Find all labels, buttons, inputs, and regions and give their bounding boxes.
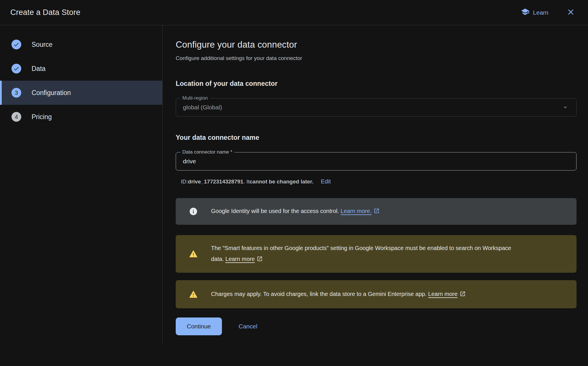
- external-link-icon: [257, 254, 263, 265]
- info-banner: Google Identity will be used for the acc…: [176, 198, 577, 225]
- step-pricing[interactable]: 4 Pricing: [0, 105, 162, 129]
- cancel-button[interactable]: Cancel: [233, 320, 262, 333]
- warning-icon: [189, 249, 198, 258]
- dialog-body: Source Data 3 Configuration 4 Pricing Co…: [0, 25, 588, 344]
- charges-warning-banner: Charges may apply. To avoid charges, lin…: [176, 280, 577, 308]
- multi-region-selected-value: global (Global): [183, 104, 222, 111]
- step-number-badge: 4: [11, 112, 21, 122]
- close-icon: [566, 7, 575, 18]
- step-number-badge: 3: [11, 88, 21, 98]
- learn-link[interactable]: Learn: [521, 7, 548, 18]
- step-data-label: Data: [32, 65, 46, 73]
- workspace-warning-message: The "Smart features in other Google prod…: [211, 245, 511, 262]
- edit-id-link[interactable]: Edit: [321, 178, 331, 185]
- warning-icon: [189, 290, 198, 299]
- graduation-cap-icon: [521, 7, 529, 18]
- charges-warning-text: Charges may apply. To avoid charges, lin…: [211, 288, 466, 300]
- data-connector-name-label: Data connector name *: [180, 149, 234, 155]
- close-button[interactable]: [565, 6, 577, 19]
- id-note-bold: cannot be changed later.: [249, 179, 314, 185]
- external-link-icon: [460, 289, 466, 300]
- step-pricing-label: Pricing: [32, 113, 52, 121]
- check-icon: [11, 64, 21, 73]
- workspace-warning-banner: The "Smart features in other Google prod…: [176, 235, 577, 273]
- create-data-store-dialog: Create a Data Store Learn Source: [0, 0, 588, 344]
- external-link-icon: [374, 206, 380, 217]
- dialog-header: Create a Data Store Learn: [0, 0, 588, 25]
- step-data[interactable]: Data: [0, 57, 162, 81]
- action-buttons: Continue Cancel: [176, 317, 577, 335]
- id-prefix: ID:: [181, 179, 188, 185]
- multi-region-field-label: Multi-region: [180, 95, 210, 101]
- learn-link-label: Learn: [533, 9, 548, 16]
- info-banner-message: Google Identity will be used for the acc…: [211, 208, 341, 214]
- charges-learn-more-link[interactable]: Learn more: [428, 291, 457, 297]
- header-actions: Learn: [521, 6, 577, 19]
- page-subtitle: Configure additional settings for your d…: [176, 55, 577, 61]
- charges-warning-message: Charges may apply. To avoid charges, lin…: [211, 291, 428, 297]
- step-configuration-label: Configuration: [32, 89, 71, 97]
- data-connector-name-input[interactable]: [183, 158, 569, 165]
- dialog-title: Create a Data Store: [10, 8, 80, 17]
- id-mid-text: . It: [243, 179, 249, 185]
- info-banner-text: Google Identity will be used for the acc…: [211, 206, 380, 217]
- data-connector-name-field[interactable]: Data connector name *: [176, 152, 577, 171]
- step-source-label: Source: [32, 41, 53, 49]
- connector-id-value: drive_1772314328791: [188, 179, 243, 185]
- multi-region-select: Multi-region global (Global): [176, 98, 577, 117]
- configuration-panel: Configure your data connector Configure …: [163, 25, 588, 344]
- info-learn-more-link[interactable]: Learn more.: [341, 208, 372, 214]
- connector-id-row: ID: drive_1772314328791. It cannot be ch…: [181, 178, 577, 185]
- continue-button[interactable]: Continue: [176, 317, 222, 335]
- step-configuration[interactable]: 3 Configuration: [0, 81, 162, 105]
- page-title: Configure your data connector: [176, 40, 577, 50]
- workspace-learn-more-link[interactable]: Learn more: [225, 256, 255, 262]
- step-source[interactable]: Source: [0, 32, 162, 57]
- check-icon: [11, 40, 21, 49]
- stepper-sidebar: Source Data 3 Configuration 4 Pricing: [0, 25, 163, 344]
- name-section-heading: Your data connector name: [176, 134, 577, 142]
- location-section-heading: Location of your data connector: [176, 80, 577, 88]
- info-icon: [189, 207, 198, 216]
- workspace-warning-text: The "Smart features in other Google prod…: [211, 243, 515, 265]
- dropdown-arrow-icon: [561, 103, 569, 111]
